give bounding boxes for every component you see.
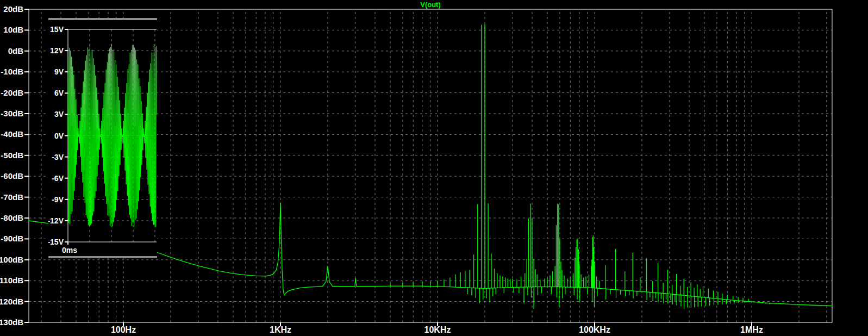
pane-top-bar xyxy=(48,18,157,20)
y-axis-tick-label: 20dB xyxy=(3,4,23,14)
x-axis-tick-label: 100Hz xyxy=(111,325,136,334)
x-axis-tick-label: 10KHz xyxy=(424,325,451,334)
inset-y-tick-label: 9V xyxy=(54,67,64,76)
inset-y-tick-label: 15V xyxy=(50,25,64,34)
y-axis-tick-label: -50dB xyxy=(1,151,23,160)
inset-y-tick-label: -3V xyxy=(52,153,64,161)
y-axis-tick-label: -130dB xyxy=(0,318,23,327)
x-axis-tick-label: 1KHz xyxy=(270,325,291,334)
inset-y-tick-label: 6V xyxy=(54,89,64,97)
inset-y-tick-label: -12V xyxy=(48,216,64,225)
y-axis-tick-label: -20dB xyxy=(1,88,23,97)
y-axis-tick-label: -70dB xyxy=(1,192,23,202)
y-axis-tick-label: -120dB xyxy=(0,297,23,306)
y-axis-tick-label: -90dB xyxy=(1,234,23,243)
y-axis-tick-label: -10dB xyxy=(1,67,23,76)
x-axis-labels: 100Hz1KHz10KHz100KHz1MHz xyxy=(111,325,763,334)
y-axis-tick-label: 10dB xyxy=(3,25,23,34)
inset-y-tick-label: -15V xyxy=(48,238,64,246)
y-axis-labels: 20dB10dB0dB-10dB-20dB-30dB-40dB-50dB-60d… xyxy=(0,4,23,327)
inset-y-tick-label: -6V xyxy=(52,174,64,183)
trace-label[interactable]: V(out) xyxy=(29,1,832,9)
y-axis-tick-label: -80dB xyxy=(1,213,23,222)
inset-y-tick-label: 12V xyxy=(50,46,64,55)
y-axis-tick-label: -100dB xyxy=(0,255,23,264)
y-axis-tick-label: -30dB xyxy=(1,109,23,118)
pane-bottom-bar xyxy=(48,256,157,258)
inset-plot: 15V12V9V6V3V0V-3V-6V-9V-12V-15V0ms xyxy=(48,18,157,258)
y-axis-tick-label: -60dB xyxy=(1,171,23,181)
waveform-viewer: V(out) 20dB10dB0dB-10dB-20dB-30dB-40dB-5… xyxy=(0,0,868,336)
inset-y-tick-label: -9V xyxy=(52,195,64,204)
inset-pane[interactable]: 15V12V9V6V3V0V-3V-6V-9V-12V-15V0ms xyxy=(48,18,157,258)
y-axis-tick-label: -110dB xyxy=(0,276,23,285)
inset-y-tick-label: 0V xyxy=(54,132,64,140)
y-axis-tick-label: 0dB xyxy=(8,46,24,55)
inset-x-tick-label: 0ms xyxy=(62,246,77,254)
inset-y-tick-label: 3V xyxy=(54,110,64,119)
x-axis-tick-label: 100KHz xyxy=(579,325,610,334)
y-axis-tick-label: -40dB xyxy=(1,129,23,139)
x-axis-tick-label: 1MHz xyxy=(740,325,763,334)
